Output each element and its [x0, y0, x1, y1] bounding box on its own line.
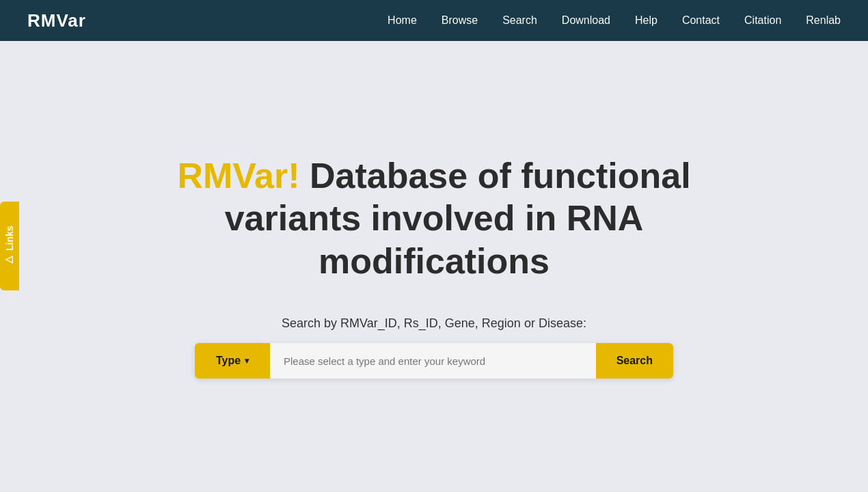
- nav-item-download[interactable]: Download: [562, 14, 610, 27]
- nav-item-renlab[interactable]: Renlab: [806, 14, 841, 27]
- nav-brand[interactable]: RMVar: [27, 10, 86, 31]
- type-dropdown-button[interactable]: Type ▾: [195, 343, 270, 379]
- navbar: RMVar Home Browse Search Download Help C…: [0, 0, 868, 41]
- type-caret-icon: ▾: [245, 356, 249, 366]
- nav-link-citation[interactable]: Citation: [744, 14, 781, 26]
- search-input[interactable]: [270, 343, 596, 379]
- side-tab-arrow: ▷: [4, 255, 15, 266]
- nav-links: Home Browse Search Download Help Contact…: [388, 14, 841, 27]
- side-tab-label: Links: [4, 226, 15, 251]
- nav-link-home[interactable]: Home: [388, 14, 417, 26]
- nav-link-browse[interactable]: Browse: [442, 14, 478, 26]
- nav-item-browse[interactable]: Browse: [442, 14, 478, 27]
- nav-link-help[interactable]: Help: [635, 14, 657, 26]
- hero-title: RMVar! Database of functional variants i…: [106, 154, 762, 282]
- nav-link-contact[interactable]: Contact: [682, 14, 720, 26]
- search-button[interactable]: Search: [596, 343, 673, 379]
- nav-item-contact[interactable]: Contact: [682, 14, 720, 27]
- nav-item-search[interactable]: Search: [502, 14, 537, 27]
- nav-item-help[interactable]: Help: [635, 14, 657, 27]
- side-links-tab[interactable]: ▷ Links: [0, 202, 19, 290]
- type-button-label: Type: [216, 355, 241, 367]
- nav-link-search[interactable]: Search: [502, 14, 537, 26]
- hero-highlight: RMVar!: [177, 156, 299, 195]
- search-bar: Type ▾ Search: [195, 343, 673, 379]
- main-content: RMVar! Database of functional variants i…: [0, 41, 868, 492]
- nav-link-download[interactable]: Download: [562, 14, 610, 26]
- nav-item-home[interactable]: Home: [388, 14, 417, 27]
- nav-item-citation[interactable]: Citation: [744, 14, 781, 27]
- search-label: Search by RMVar_ID, Rs_ID, Gene, Region …: [282, 316, 586, 331]
- nav-link-renlab[interactable]: Renlab: [806, 14, 841, 26]
